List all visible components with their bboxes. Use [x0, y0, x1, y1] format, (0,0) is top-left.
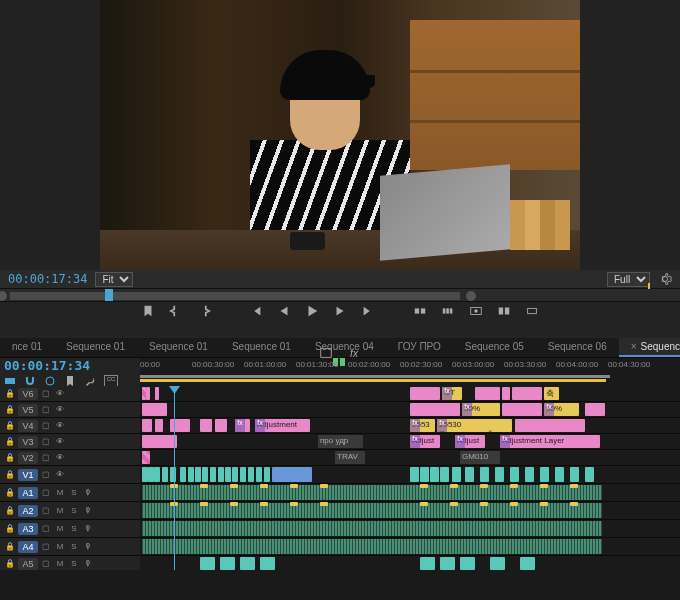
track-target[interactable]: V3	[18, 436, 38, 448]
eye-icon[interactable]: 👁	[54, 452, 66, 464]
mini-scrubber[interactable]	[10, 292, 460, 300]
timeline-clip[interactable]	[220, 557, 235, 570]
marker-2[interactable]	[340, 358, 345, 366]
mark-out-icon[interactable]	[169, 304, 183, 318]
timeline-clip[interactable]	[410, 403, 460, 416]
timeline-clip[interactable]	[260, 557, 275, 570]
timeline-clip[interactable]: fxAdjustment Layer	[500, 435, 600, 448]
mark-in-icon[interactable]	[141, 304, 155, 318]
timeline-clip[interactable]	[200, 419, 212, 432]
timeline-clip[interactable]: fxОТ	[442, 387, 462, 400]
nest-icon[interactable]	[4, 375, 16, 387]
timeline-clip[interactable]	[142, 403, 167, 416]
timeline-clip[interactable]	[502, 387, 510, 400]
timeline-clip[interactable]	[452, 467, 461, 482]
timeline-clip[interactable]	[162, 467, 168, 482]
sequence-tab[interactable]: ×Sequence 03 ≡	[619, 338, 680, 357]
go-start-icon[interactable]	[249, 304, 263, 318]
mute-button[interactable]: M	[54, 558, 66, 570]
track-target[interactable]: V2	[18, 452, 38, 464]
inout-span-icon[interactable]	[525, 304, 539, 318]
cc-icon[interactable]: CC	[104, 375, 118, 387]
lock-icon[interactable]: 🔒	[4, 452, 16, 464]
sync-lock-icon[interactable]: ▢	[40, 541, 52, 553]
timeline-clip[interactable]	[495, 467, 504, 482]
timeline-clip[interactable]	[410, 387, 440, 400]
timeline-clip[interactable]	[154, 467, 160, 482]
eye-icon[interactable]: 👁	[54, 404, 66, 416]
timeline-clip[interactable]	[520, 557, 535, 570]
timeline-clip[interactable]	[142, 451, 150, 464]
audio-marker[interactable]	[260, 502, 268, 506]
mini-playhead[interactable]	[105, 289, 113, 301]
sync-lock-icon[interactable]: ▢	[40, 404, 52, 416]
audio-marker[interactable]	[540, 502, 548, 506]
lock-icon[interactable]: 🔒	[4, 469, 16, 481]
timeline-clip[interactable]	[502, 403, 542, 416]
lock-icon[interactable]: 🔒	[4, 505, 16, 517]
audio-marker[interactable]	[200, 484, 208, 488]
mute-button[interactable]: M	[54, 505, 66, 517]
work-area[interactable]	[140, 379, 606, 382]
track-target[interactable]: A5	[18, 558, 38, 570]
audio-marker[interactable]	[260, 484, 268, 488]
lift-icon[interactable]	[413, 304, 427, 318]
timeline-clip[interactable]	[585, 403, 605, 416]
timeline-clip[interactable]	[170, 467, 176, 482]
timeline-clip[interactable]	[155, 387, 159, 400]
audio-marker[interactable]	[290, 502, 298, 506]
sync-lock-icon[interactable]: ▢	[40, 388, 52, 400]
sync-lock-icon[interactable]: ▢	[40, 505, 52, 517]
lock-icon[interactable]: 🔒	[4, 404, 16, 416]
timeline-clip[interactable]: fx2553	[410, 419, 435, 432]
audio-marker[interactable]	[510, 484, 518, 488]
timeline-clip[interactable]	[240, 467, 246, 482]
timeline-clip[interactable]	[420, 467, 429, 482]
track-target[interactable]: A3	[18, 523, 38, 535]
lock-icon[interactable]: 🔒	[4, 436, 16, 448]
scroll-end-handle[interactable]	[466, 291, 476, 301]
sequence-tab[interactable]: Sequence 06	[536, 338, 619, 357]
track-target[interactable]: A1	[18, 487, 38, 499]
sync-lock-icon[interactable]: ▢	[40, 436, 52, 448]
timeline-clip[interactable]: fx90%	[544, 403, 579, 416]
lock-icon[interactable]: 🔒	[4, 388, 16, 400]
track-target[interactable]: A4	[18, 541, 38, 553]
sync-lock-icon[interactable]: ▢	[40, 487, 52, 499]
audio-clip[interactable]	[142, 503, 602, 518]
snap-icon[interactable]	[24, 375, 36, 387]
timeline-clip[interactable]	[465, 467, 474, 482]
audio-marker[interactable]	[290, 484, 298, 488]
timeline-clip[interactable]	[490, 557, 505, 570]
quality-select[interactable]: Full	[607, 272, 650, 287]
sequence-tab[interactable]: Sequence 01	[54, 338, 137, 357]
sync-lock-icon[interactable]: ▢	[40, 558, 52, 570]
timeline-clip[interactable]	[202, 467, 208, 482]
timeline-clip[interactable]	[525, 467, 534, 482]
solo-button[interactable]: S	[68, 487, 80, 499]
sync-lock-icon[interactable]: ▢	[40, 452, 52, 464]
timeline-clip[interactable]: про удр	[318, 435, 363, 448]
solo-button[interactable]: S	[68, 505, 80, 517]
timeline-clip[interactable]	[430, 467, 439, 482]
timeline-clip[interactable]	[555, 467, 564, 482]
audio-marker[interactable]	[320, 484, 328, 488]
voice-icon[interactable]: 🎙	[82, 523, 94, 535]
audio-marker[interactable]	[230, 502, 238, 506]
audio-marker[interactable]	[420, 484, 428, 488]
timeline-clip[interactable]	[188, 467, 194, 482]
eye-icon[interactable]: 👁	[54, 420, 66, 432]
timeline-clip[interactable]	[218, 467, 224, 482]
timeline-clip[interactable]	[170, 419, 190, 432]
solo-button[interactable]: S	[68, 541, 80, 553]
audio-marker[interactable]	[570, 502, 578, 506]
timeline-clip[interactable]: fx	[235, 419, 250, 432]
mute-button[interactable]: M	[54, 523, 66, 535]
eye-icon[interactable]: 👁	[54, 388, 66, 400]
lock-icon[interactable]: 🔒	[4, 487, 16, 499]
sequence-tab[interactable]: Sequence 04	[303, 338, 386, 357]
step-back-icon[interactable]	[277, 304, 291, 318]
track-target[interactable]: V1	[18, 469, 38, 481]
timeline-clip[interactable]	[200, 557, 215, 570]
timeline-clip[interactable]	[440, 467, 449, 482]
